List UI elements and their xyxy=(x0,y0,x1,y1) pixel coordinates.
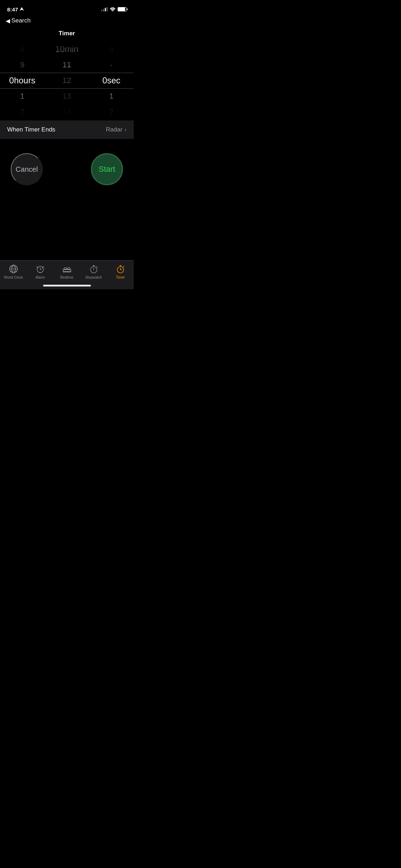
tab-stopwatch[interactable]: Stopwatch xyxy=(80,264,107,279)
tab-timer[interactable]: Timer xyxy=(107,264,134,279)
location-icon xyxy=(20,7,24,11)
picker-item[interactable]: 13 xyxy=(45,88,89,104)
tab-alarm-label: Alarm xyxy=(35,275,45,279)
start-button[interactable]: Start xyxy=(91,153,123,185)
timer-ends-value: Radar › xyxy=(106,126,127,133)
cancel-button[interactable]: Cancel xyxy=(11,153,43,185)
battery-icon xyxy=(118,7,127,11)
hours-picker[interactable]: 7 8 9 0 hours 1 2 3 xyxy=(0,41,45,120)
picker-item-selected[interactable]: 0 sec xyxy=(89,73,134,88)
timer-ends-chevron-icon: › xyxy=(124,126,127,133)
picker-item[interactable]: 9 xyxy=(0,57,45,73)
minutes-picker[interactable]: 8 9 10 min 11 12 13 14 xyxy=(45,41,89,120)
tab-timer-label: Timer xyxy=(116,275,125,279)
picker-item[interactable]: 12 xyxy=(45,73,89,88)
buttons-area: Cancel Start xyxy=(0,139,134,192)
svg-point-1 xyxy=(112,11,113,11)
seconds-picker[interactable]: 8 9 - 0 sec 1 2 3 xyxy=(89,41,134,120)
alarm-icon xyxy=(35,264,45,274)
svg-rect-14 xyxy=(63,272,71,272)
back-arrow-icon: ◀ xyxy=(6,17,10,24)
tab-world-clock-label: World Clock xyxy=(4,275,23,279)
svg-rect-13 xyxy=(63,269,71,272)
picker-item[interactable]: 14 xyxy=(45,104,89,120)
svg-marker-0 xyxy=(20,7,24,11)
picker-item[interactable]: 1 xyxy=(0,88,45,104)
stopwatch-icon xyxy=(89,264,99,274)
picker-item[interactable]: 8 xyxy=(0,41,45,57)
status-icons xyxy=(101,7,127,11)
picker-item[interactable]: 2 xyxy=(89,104,134,120)
picker-item-selected[interactable]: 10 min xyxy=(45,41,89,57)
status-bar: 8:47 xyxy=(0,0,134,16)
picker-columns: 7 8 9 0 hours 1 2 3 8 9 10 min 11 12 13 … xyxy=(0,41,134,120)
picker-item[interactable]: 1 xyxy=(89,88,134,104)
tab-bedtime[interactable]: Bedtime xyxy=(53,264,80,279)
picker-section[interactable]: 7 8 9 0 hours 1 2 3 8 9 10 min 11 12 13 … xyxy=(0,41,134,120)
wifi-icon xyxy=(110,7,115,11)
picker-item-selected[interactable]: 0 hours xyxy=(0,73,45,88)
tab-alarm[interactable]: Alarm xyxy=(27,264,53,279)
signal-bars xyxy=(101,7,108,11)
world-clock-icon xyxy=(9,264,19,274)
back-nav[interactable]: ◀ Search xyxy=(0,16,134,27)
tab-bedtime-label: Bedtime xyxy=(60,275,73,279)
timer-ends-label: When Timer Ends xyxy=(7,126,55,133)
tab-stopwatch-label: Stopwatch xyxy=(85,275,102,279)
svg-line-22 xyxy=(97,267,97,267)
timer-icon xyxy=(115,264,125,274)
bedtime-icon xyxy=(62,264,72,274)
timer-ends-sound: Radar xyxy=(106,126,122,133)
home-indicator xyxy=(43,285,91,286)
tab-world-clock[interactable]: World Clock xyxy=(0,264,27,279)
picker-item[interactable]: 9 xyxy=(89,41,134,57)
picker-item[interactable]: 2 xyxy=(0,104,45,120)
back-label: Search xyxy=(11,17,31,24)
status-time: 8:47 xyxy=(7,6,18,12)
timer-ends-row[interactable]: When Timer Ends Radar › xyxy=(0,120,134,139)
picker-item[interactable]: 11 xyxy=(45,57,89,73)
page-title: Timer xyxy=(0,27,134,41)
picker-item[interactable]: - xyxy=(89,57,134,73)
